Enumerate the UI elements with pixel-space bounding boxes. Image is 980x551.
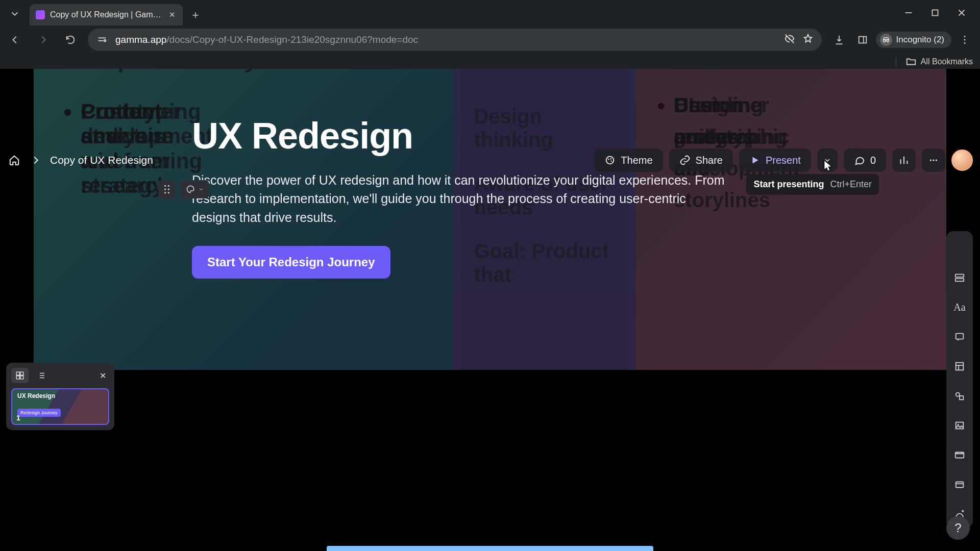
- svg-rect-22: [956, 363, 964, 370]
- svg-rect-19: [955, 274, 964, 278]
- present-options-button[interactable]: [817, 148, 838, 172]
- all-bookmarks-button[interactable]: All Bookmarks: [905, 56, 973, 67]
- incognito-chip[interactable]: Incognito (2): [876, 32, 952, 48]
- svg-rect-27: [955, 453, 964, 458]
- svg-rect-20: [955, 279, 964, 282]
- cta-button[interactable]: Start Your Redesign Journey: [192, 246, 390, 279]
- incognito-icon: [880, 34, 892, 46]
- sidepanel-icon[interactable]: [852, 30, 873, 50]
- comments-button[interactable]: 0: [844, 148, 886, 172]
- svg-rect-29: [16, 372, 19, 375]
- folder-icon: [905, 56, 917, 67]
- svg-point-3: [964, 36, 966, 37]
- svg-point-14: [610, 158, 611, 159]
- svg-rect-30: [20, 372, 23, 375]
- chevron-down-icon: [9, 8, 20, 19]
- address-bar: gamma.app/docs/Copy-of-UX-Redesign-213ie…: [0, 26, 980, 54]
- toolbar-right: Incognito (2): [829, 30, 975, 50]
- svg-point-16: [930, 159, 932, 161]
- nav-back-button[interactable]: [5, 30, 26, 50]
- slide-canvas[interactable]: Competitor analysis Customer analysis an…: [34, 69, 946, 370]
- svg-rect-24: [960, 396, 963, 399]
- analytics-button[interactable]: [892, 148, 916, 172]
- svg-point-10: [164, 192, 166, 193]
- help-button[interactable]: ?: [946, 516, 970, 540]
- new-tab-button[interactable]: ＋: [187, 6, 204, 23]
- chevron-down-icon: [823, 156, 831, 164]
- nav-forward-button[interactable]: [33, 30, 53, 50]
- bookmarks-bar: All Bookmarks: [0, 54, 980, 69]
- theme-button[interactable]: Theme: [594, 148, 663, 172]
- svg-rect-31: [16, 376, 19, 379]
- home-button[interactable]: [7, 153, 21, 167]
- url-text: gamma.app/docs/Copy-of-UX-Redesign-213ie…: [115, 34, 777, 45]
- share-button[interactable]: Share: [669, 148, 733, 172]
- svg-rect-0: [933, 10, 938, 16]
- more-menu-button[interactable]: [922, 148, 945, 172]
- avatar[interactable]: [951, 149, 973, 171]
- eye-off-icon[interactable]: [784, 33, 795, 47]
- chevron-right-icon: [29, 153, 43, 167]
- svg-point-12: [606, 157, 614, 164]
- svg-point-8: [164, 188, 166, 190]
- incognito-label: Incognito (2): [896, 35, 945, 45]
- svg-point-9: [168, 188, 169, 190]
- window-maximize-button[interactable]: [923, 4, 947, 22]
- svg-point-7: [168, 185, 169, 187]
- thumb-cta: Redesign Journey: [17, 409, 61, 417]
- layout-button[interactable]: [951, 358, 968, 375]
- svg-point-4: [964, 39, 966, 41]
- window-close-button[interactable]: [949, 4, 974, 22]
- tab-close-button[interactable]: ✕: [167, 10, 177, 19]
- svg-point-6: [164, 185, 166, 187]
- callout-button[interactable]: [951, 328, 968, 345]
- svg-point-17: [933, 159, 934, 161]
- filmstrip-grid-toggle[interactable]: [11, 368, 29, 383]
- comment-icon: [854, 155, 865, 166]
- kebab-menu-icon[interactable]: [954, 30, 975, 50]
- download-icon[interactable]: [829, 30, 849, 50]
- card-templates-button[interactable]: [951, 269, 968, 286]
- svg-rect-21: [956, 334, 964, 339]
- filmstrip-close-button[interactable]: ✕: [96, 369, 109, 382]
- play-icon: [749, 155, 761, 166]
- slide-content[interactable]: UX Redesign Discover the power of UX red…: [192, 115, 783, 279]
- filmstrip-list-toggle[interactable]: [33, 368, 50, 383]
- svg-rect-25: [956, 422, 964, 429]
- divider: [896, 57, 896, 66]
- theme-icon: [604, 155, 616, 166]
- svg-point-23: [956, 393, 960, 396]
- star-icon[interactable]: [802, 33, 814, 47]
- text-format-button[interactable]: Aa: [951, 298, 968, 316]
- browser-chrome: Copy of UX Redesign | Gamma ✕ ＋ gamma.ap…: [0, 0, 980, 69]
- drag-handle[interactable]: [158, 180, 176, 198]
- tab-title: Copy of UX Redesign | Gamma: [50, 10, 162, 19]
- svg-point-13: [608, 159, 609, 160]
- window-controls: [896, 0, 977, 26]
- link-icon: [679, 155, 691, 166]
- svg-rect-28: [956, 482, 964, 488]
- site-info-icon[interactable]: [96, 34, 108, 46]
- nav-reload-button[interactable]: [60, 30, 81, 50]
- filmstrip-panel: ✕ UX Redesign Redesign Journey 1: [6, 363, 114, 430]
- svg-point-18: [936, 159, 937, 161]
- embed-button[interactable]: [951, 476, 968, 493]
- color-style-button[interactable]: [181, 180, 209, 198]
- slide-body[interactable]: Discover the power of UX redesign and ho…: [192, 171, 728, 227]
- analytics-icon: [898, 155, 910, 166]
- tab-search-button[interactable]: [6, 5, 23, 22]
- app-viewport: Competitor analysis Customer analysis an…: [0, 69, 980, 551]
- app-topbar: Copy of UX Redesign Theme Share Present …: [7, 148, 973, 172]
- browser-tab[interactable]: Copy of UX Redesign | Gamma ✕: [30, 4, 183, 26]
- svg-point-1: [104, 40, 106, 42]
- shapes-button[interactable]: [951, 387, 968, 405]
- url-box[interactable]: gamma.app/docs/Copy-of-UX-Redesign-213ie…: [88, 29, 822, 51]
- bottom-hint-bar[interactable]: [327, 546, 653, 551]
- filmstrip-thumb-1[interactable]: UX Redesign Redesign Journey 1: [11, 388, 109, 425]
- image-button[interactable]: [951, 417, 968, 434]
- window-minimize-button[interactable]: [896, 4, 921, 22]
- doc-title[interactable]: Copy of UX Redesign: [50, 154, 153, 166]
- dots-icon: [928, 155, 939, 166]
- present-button[interactable]: Present: [739, 148, 811, 172]
- video-button[interactable]: [951, 446, 968, 464]
